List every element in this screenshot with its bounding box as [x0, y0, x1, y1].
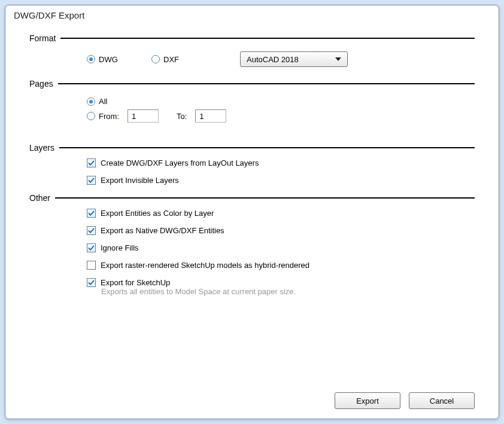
- radio-all-label: All: [99, 97, 107, 106]
- checkbox-hybrid[interactable]: Export raster-rendered SketchUp models a…: [87, 261, 475, 270]
- checkbox-icon: [87, 243, 96, 252]
- checkbox-export-invisible[interactable]: Export Invisible Layers: [87, 176, 475, 185]
- checkbox-ignore-fills-label: Ignore Fills: [101, 243, 139, 252]
- radio-dwg-label: DWG: [99, 55, 118, 64]
- from-label: From:: [99, 112, 119, 121]
- dialog-buttons: Export Cancel: [29, 388, 475, 411]
- checkbox-for-sketchup[interactable]: Export for SketchUp: [87, 278, 475, 287]
- checkbox-icon: [87, 209, 96, 218]
- radio-dxf-label: DXF: [163, 55, 179, 64]
- radio-icon: [87, 55, 95, 63]
- radio-icon: [151, 55, 160, 63]
- radio-dwg[interactable]: DWG: [87, 55, 141, 64]
- export-dialog: DWG/DXF Export Format DWG DXF: [5, 5, 499, 419]
- checkbox-native-entities[interactable]: Export as Native DWG/DXF Entities: [87, 226, 475, 235]
- checkbox-native-entities-label: Export as Native DWG/DXF Entities: [101, 226, 224, 235]
- radio-pages-range[interactable]: From:: [87, 112, 122, 121]
- radio-pages-all[interactable]: All: [87, 97, 107, 106]
- checkbox-icon: [87, 158, 96, 167]
- group-layers: Layers Create DWG/DXF Layers from LayOut…: [29, 143, 475, 193]
- checkbox-icon: [87, 176, 96, 185]
- from-input[interactable]: [127, 109, 159, 123]
- checkbox-export-invisible-label: Export Invisible Layers: [101, 176, 179, 185]
- group-layers-legend: Layers: [29, 143, 54, 152]
- checkbox-icon: [87, 261, 96, 270]
- version-dropdown[interactable]: AutoCAD 2018: [240, 51, 348, 67]
- group-other-legend: Other: [29, 193, 50, 203]
- export-button[interactable]: Export: [335, 392, 400, 409]
- window-title: DWG/DXF Export: [5, 5, 499, 24]
- checkbox-color-by-layer[interactable]: Export Entities as Color by Layer: [87, 209, 475, 218]
- checkbox-for-sketchup-label: Export for SketchUp: [101, 278, 170, 287]
- chevron-down-icon: [335, 57, 341, 61]
- divider: [59, 147, 475, 148]
- divider: [55, 197, 475, 199]
- version-dropdown-value: AutoCAD 2018: [247, 55, 299, 64]
- divider: [58, 83, 475, 84]
- group-format-header: Format: [29, 33, 475, 43]
- for-sketchup-hint: Exports all entities to Model Space at c…: [101, 287, 475, 296]
- group-pages: Pages All From: To:: [29, 79, 475, 136]
- radio-icon: [87, 112, 95, 120]
- cancel-button[interactable]: Cancel: [409, 392, 475, 409]
- checkbox-icon: [87, 278, 96, 287]
- group-other-body: Export Entities as Color by Layer Export…: [29, 203, 475, 301]
- group-format-legend: Format: [29, 33, 56, 43]
- checkbox-ignore-fills[interactable]: Ignore Fills: [87, 243, 475, 252]
- group-layers-body: Create DWG/DXF Layers from LayOut Layers…: [29, 152, 475, 185]
- group-format-body: DWG DXF AutoCAD 2018: [29, 43, 475, 72]
- checkbox-color-by-layer-label: Export Entities as Color by Layer: [101, 209, 214, 218]
- group-layers-header: Layers: [29, 143, 475, 152]
- radio-icon: [87, 97, 95, 106]
- to-label: To:: [177, 112, 187, 121]
- dialog-content: Format DWG DXF AutoCAD 2018: [5, 24, 499, 419]
- checkbox-create-layers-label: Create DWG/DXF Layers from LayOut Layers: [101, 158, 259, 167]
- radio-dxf[interactable]: DXF: [151, 55, 205, 64]
- group-pages-legend: Pages: [29, 79, 53, 89]
- divider: [60, 38, 475, 39]
- group-other-header: Other: [29, 193, 475, 203]
- group-other: Other Export Entities as Color by Layer …: [29, 193, 475, 301]
- checkbox-icon: [87, 226, 96, 235]
- checkbox-hybrid-label: Export raster-rendered SketchUp models a…: [101, 261, 309, 270]
- group-format: Format DWG DXF AutoCAD 2018: [29, 33, 475, 72]
- group-pages-header: Pages: [29, 79, 475, 89]
- to-input[interactable]: [195, 109, 226, 123]
- group-pages-body: All From: To:: [29, 89, 475, 136]
- checkbox-create-layers[interactable]: Create DWG/DXF Layers from LayOut Layers: [87, 158, 475, 167]
